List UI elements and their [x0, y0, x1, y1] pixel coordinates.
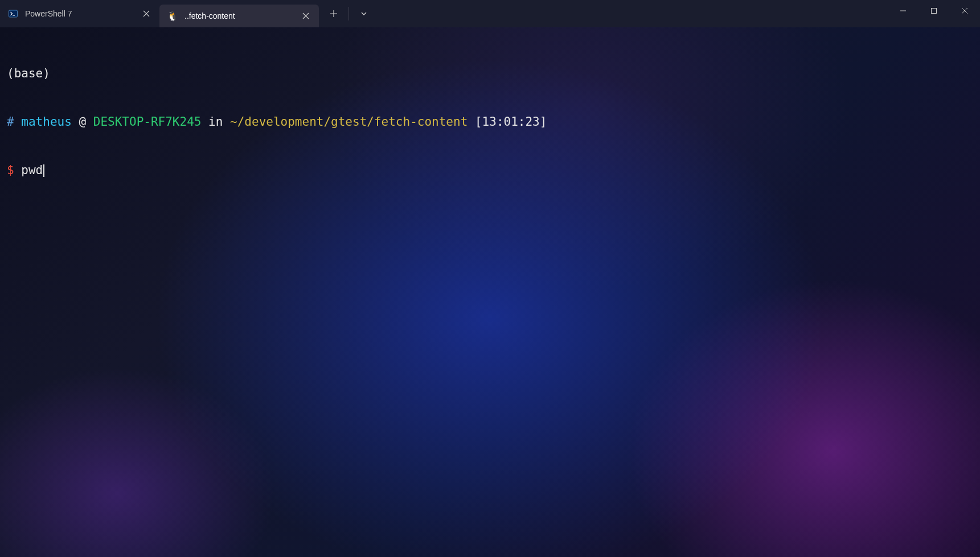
cursor: [43, 164, 44, 177]
command-input: pwd: [21, 163, 43, 177]
powershell-icon: [8, 9, 18, 19]
divider: [348, 7, 349, 20]
maximize-button[interactable]: [919, 0, 949, 22]
window-controls: [888, 0, 980, 27]
new-tab-button[interactable]: [323, 3, 344, 24]
svg-rect-0: [9, 10, 18, 17]
tab-powershell[interactable]: PowerShell 7: [0, 2, 159, 25]
tab-actions: [323, 3, 374, 24]
tab-title: PowerShell 7: [25, 9, 134, 18]
tab-close-button[interactable]: [141, 9, 151, 19]
tux-icon: 🐧: [167, 11, 178, 21]
terminal-text: (base) # matheus @ DESKTOP-RF7K245 in ~/…: [0, 27, 980, 216]
prompt-symbol: $: [7, 163, 14, 177]
prompt-hostname: DESKTOP-RF7K245: [93, 115, 202, 129]
env-indicator: (base): [7, 67, 50, 80]
tab-dropdown-button[interactable]: [354, 3, 374, 24]
tab-fetch-content[interactable]: 🐧 ..fetch-content: [159, 5, 319, 27]
prompt-path: ~/development/gtest/fetch-content: [230, 115, 468, 129]
prompt-in: in: [208, 115, 223, 129]
close-button[interactable]: [949, 0, 980, 22]
prompt-timestamp: [13:01:23]: [475, 115, 547, 129]
prompt-at: @: [79, 115, 86, 129]
titlebar: PowerShell 7 🐧 ..fetch-content: [0, 0, 980, 27]
tab-title: ..fetch-content: [184, 11, 294, 20]
svg-rect-1: [932, 9, 937, 14]
prompt-hash: #: [7, 115, 14, 129]
minimize-button[interactable]: [888, 0, 919, 22]
prompt-username: matheus: [21, 115, 72, 129]
tabs-container: PowerShell 7 🐧 ..fetch-content: [0, 0, 374, 27]
tab-close-button[interactable]: [301, 11, 311, 21]
terminal-content[interactable]: (base) # matheus @ DESKTOP-RF7K245 in ~/…: [0, 27, 980, 557]
